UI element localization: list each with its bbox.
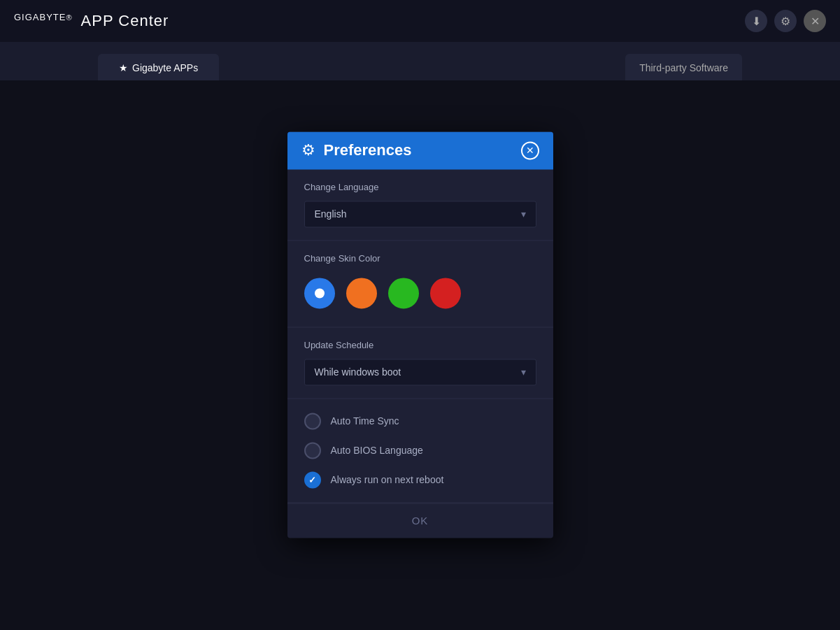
color-swatch-blue[interactable] (304, 278, 335, 308)
preferences-gear-icon: ⚙ (301, 141, 315, 159)
tab-third-party[interactable]: Third-party Software (625, 54, 742, 80)
auto-bios-language-row[interactable]: Auto BIOS Language (304, 442, 536, 459)
language-dropdown-arrow: ▾ (521, 208, 526, 220)
always-run-next-reboot-checkbox[interactable] (304, 471, 321, 488)
tab-gigabyte-apps-label: Gigabyte APPs (132, 62, 198, 73)
language-dropdown[interactable]: English ▾ (304, 201, 536, 227)
title-bar-left: GIGABYTE® APP Center (14, 12, 169, 30)
language-label: Change Language (304, 182, 536, 192)
language-section: Change Language English ▾ (287, 169, 553, 241)
download-icon-btn[interactable]: ⬇ (745, 10, 767, 32)
language-selected-value: English (315, 208, 347, 220)
settings-icon-btn[interactable]: ⚙ (774, 10, 797, 32)
auto-time-sync-checkbox[interactable] (304, 413, 321, 429)
dialog-title: Preferences (324, 141, 513, 159)
color-swatch-red[interactable] (430, 278, 461, 308)
update-schedule-label: Update Schedule (304, 340, 536, 350)
auto-bios-language-label: Auto BIOS Language (331, 445, 423, 456)
always-run-next-reboot-label: Always run on next reboot (331, 474, 444, 485)
close-window-btn[interactable]: ✕ (804, 10, 826, 32)
options-section: Auto Time Sync Auto BIOS Language Always… (287, 399, 553, 503)
auto-bios-language-checkbox[interactable] (304, 442, 321, 459)
skin-color-section: Change Skin Color (287, 241, 553, 327)
always-run-next-reboot-row[interactable]: Always run on next reboot (304, 471, 536, 488)
preferences-dialog: ⚙ Preferences ✕ Change Language English … (287, 131, 553, 538)
nav-left: ★ Gigabyte APPs (98, 54, 219, 80)
update-schedule-dropdown[interactable]: While windows boot ▾ (304, 359, 536, 385)
brand-sup: ® (66, 13, 72, 22)
ok-section: OK (287, 503, 553, 538)
auto-time-sync-label: Auto Time Sync (331, 415, 399, 427)
title-bar: GIGABYTE® APP Center ⬇ ⚙ ✕ (0, 0, 840, 42)
dialog-body: Change Language English ▾ Change Skin Co… (287, 169, 553, 538)
color-swatches-container (304, 272, 536, 314)
update-schedule-selected-value: While windows boot (315, 366, 401, 378)
ok-button[interactable]: OK (304, 515, 536, 527)
nav-right: Third-party Software (625, 54, 742, 80)
dialog-header: ⚙ Preferences ✕ (287, 131, 553, 169)
color-swatch-green[interactable] (388, 278, 419, 308)
app-title: APP Center (81, 12, 169, 30)
auto-time-sync-row[interactable]: Auto Time Sync (304, 413, 536, 429)
star-icon: ★ (119, 62, 128, 73)
dialog-close-button[interactable]: ✕ (521, 141, 539, 159)
title-bar-actions: ⬇ ⚙ ✕ (745, 10, 826, 32)
brand-name: GIGABYTE (14, 12, 66, 22)
gigabyte-brand: GIGABYTE® (14, 12, 73, 30)
main-content: ⚙ Preferences ✕ Change Language English … (0, 80, 840, 630)
update-schedule-dropdown-arrow: ▾ (521, 366, 526, 378)
skin-color-label: Change Skin Color (304, 253, 536, 264)
tab-gigabyte-apps[interactable]: ★ Gigabyte APPs (98, 54, 219, 80)
update-schedule-section: Update Schedule While windows boot ▾ (287, 327, 553, 399)
nav-bar: ★ Gigabyte APPs Third-party Software (0, 42, 840, 80)
color-swatch-orange[interactable] (346, 278, 377, 308)
tab-third-party-label: Third-party Software (639, 62, 728, 73)
